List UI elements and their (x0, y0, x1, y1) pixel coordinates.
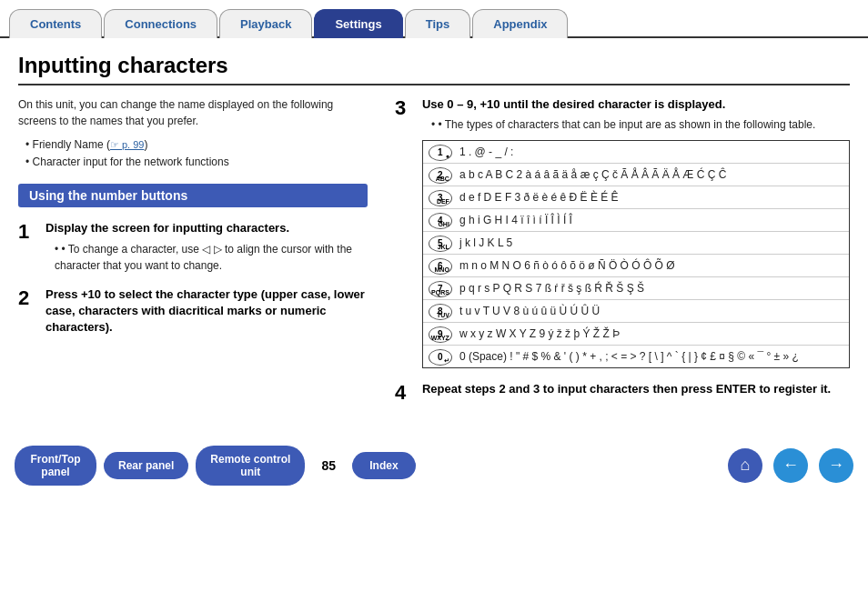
tab-tips[interactable]: Tips (405, 9, 471, 38)
step-1: 1 Display the screen for inputting chara… (18, 220, 368, 273)
step-2-title: Press +10 to select the character type (… (45, 286, 368, 336)
step-3-title: Use 0 – 9, +10 until the desired charact… (422, 96, 850, 113)
front-top-panel-button[interactable]: Front/Top panel (15, 446, 96, 486)
section-header: Using the number buttons (18, 184, 368, 207)
step-1-number: 1 (18, 220, 36, 273)
char-row: 8TUVt u v T U V 8 ù ú û ü Ù Ú Û Ü (423, 300, 849, 323)
step-4: 4 Repeat steps 2 and 3 to input characte… (395, 381, 850, 405)
content-columns: On this unit, you can change the name di… (18, 96, 850, 418)
char-values: a b c A B C 2 à á â ã ä å æ ç Ç č Ã Å Â … (459, 166, 843, 183)
key-badge: 1● (429, 145, 452, 161)
step-4-title: Repeat steps 2 and 3 to input characters… (422, 381, 850, 397)
step-2: 2 Press +10 to select the character type… (18, 286, 368, 340)
bullet-friendly-name: Friendly Name (☞ p. 99) (25, 136, 368, 154)
key-badge: 9WXYZ (429, 326, 452, 343)
character-table: 1●1 . @ - _ / :2ABCa b c A B C 2 à á â ã… (422, 140, 850, 368)
char-values: m n o M N O 6 ñ ò ó ô õ ö ø Ñ Ö Ò Ó Ô Õ … (459, 257, 843, 274)
char-values: 0 (Space) ! " # $ % & ' ( ) * + , ; < = … (459, 348, 843, 365)
key-badge: 4GHI (429, 213, 452, 229)
char-row: 6MNOm n o M N O 6 ñ ò ó ô õ ö ø Ñ Ö Ò Ó … (423, 255, 849, 277)
remote-control-button[interactable]: Remote control unit (196, 446, 305, 486)
key-badge: 8TUV (429, 304, 452, 320)
char-row: 1●1 . @ - _ / : (423, 141, 849, 164)
char-values: p q r s P Q R S 7 ß ŕ ř š ş ß Ŕ Ř Š Ş Š (459, 280, 843, 296)
forward-button[interactable]: → (819, 448, 853, 483)
char-row: 2ABCa b c A B C 2 à á â ã ä å æ ç Ç č Ã … (423, 164, 849, 186)
back-button[interactable]: ← (773, 448, 808, 483)
step-1-title: Display the screen for inputting charact… (45, 220, 368, 236)
page-number: 85 (321, 458, 336, 473)
step-1-desc: • To change a character, use ◁ ▷ to alig… (45, 241, 368, 274)
char-values: 1 . @ - _ / : (459, 144, 843, 160)
char-row: 0↵0 (Space) ! " # $ % & ' ( ) * + , ; < … (423, 346, 849, 367)
right-column: 3 Use 0 – 9, +10 until the desired chara… (395, 96, 850, 418)
tab-contents[interactable]: Contents (9, 9, 102, 38)
top-navigation: Contents Connections Playback Settings T… (0, 0, 868, 38)
char-values: j k l J K L 5 (459, 235, 843, 251)
step-2-number: 2 (18, 286, 36, 340)
intro-bullets: Friendly Name (☞ p. 99) Character input … (18, 136, 368, 171)
key-badge: 3DEF (429, 190, 452, 206)
left-column: On this unit, you can change the name di… (18, 96, 368, 418)
intro-text: On this unit, you can change the name di… (18, 96, 368, 129)
char-row: 7PQRSp q r s P Q R S 7 ß ŕ ř š ş ß Ŕ Ř Š… (423, 277, 849, 300)
char-values: t u v T U V 8 ù ú û ü Ù Ú Û Ü (459, 303, 843, 319)
key-badge: 2ABC (429, 167, 452, 184)
tab-playback[interactable]: Playback (219, 9, 312, 38)
bullet-char-input: Character input for the network function… (25, 154, 368, 171)
char-row: 9WXYZw x y z W X Y Z 9 ý ž ž þ Ý Ž Ž Þ (423, 323, 849, 346)
step-4-number: 4 (395, 381, 413, 405)
step-4-content: Repeat steps 2 and 3 to input characters… (422, 381, 850, 405)
tab-connections[interactable]: Connections (104, 9, 217, 38)
main-content: Inputting characters On this unit, you c… (0, 38, 868, 427)
step-3-content: Use 0 – 9, +10 until the desired charact… (422, 96, 850, 368)
tab-settings[interactable]: Settings (314, 9, 402, 38)
step-3-desc: • The types of characters that can be in… (422, 116, 850, 133)
friendly-name-link[interactable]: ☞ p. 99 (110, 139, 145, 150)
char-row: 4GHIg h i G H I 4 ï î ì í Ï Î Ì Í Î (423, 209, 849, 232)
bottom-navigation: Front/Top panel Rear panel Remote contro… (0, 436, 868, 495)
key-badge: 5JKL (429, 236, 452, 252)
key-badge: 6MNO (429, 258, 452, 275)
home-button[interactable]: ⌂ (728, 448, 762, 483)
char-values: d e f D E F 3 ð ë è é ê Ð Ë È É Ê (459, 189, 843, 206)
step-2-content: Press +10 to select the character type (… (45, 286, 368, 340)
key-badge: 7PQRS (429, 281, 452, 297)
char-values: w x y z W X Y Z 9 ý ž ž þ Ý Ž Ž Þ (459, 326, 843, 342)
page-title: Inputting characters (18, 53, 850, 85)
char-row: 3DEFd e f D E F 3 ð ë è é ê Ð Ë È É Ê (423, 186, 849, 209)
rear-panel-button[interactable]: Rear panel (104, 452, 188, 479)
step-3: 3 Use 0 – 9, +10 until the desired chara… (395, 96, 850, 368)
index-button[interactable]: Index (352, 452, 416, 479)
tab-appendix[interactable]: Appendix (472, 9, 568, 38)
step-3-number: 3 (395, 96, 413, 368)
char-row: 5JKLj k l J K L 5 (423, 232, 849, 255)
key-badge: 0↵ (429, 349, 452, 366)
char-values: g h i G H I 4 ï î ì í Ï Î Ì Í Î (459, 212, 843, 228)
step-1-content: Display the screen for inputting charact… (45, 220, 368, 273)
